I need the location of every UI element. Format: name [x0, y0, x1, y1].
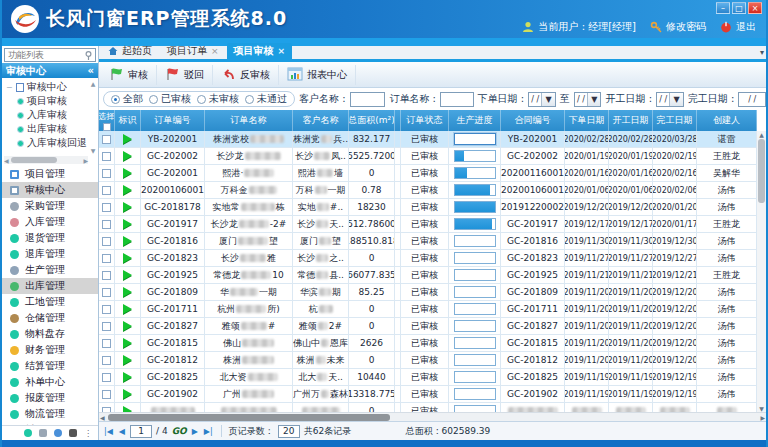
table-horizontal-scrollbar[interactable]: ◀▶	[99, 412, 766, 421]
table-row[interactable]: 20200106001万科金万科一期0.78已审核202001060012020…	[99, 182, 757, 199]
overflow-icon[interactable]: ⋮	[84, 429, 92, 438]
logout-button[interactable]: 退出	[720, 20, 756, 34]
sidebar-item-项目管理[interactable]: 项目管理	[2, 166, 98, 182]
sidebar-item-补单中心[interactable]: 补单中心	[2, 374, 98, 390]
tab-close-icon[interactable]: ×	[278, 46, 286, 56]
maximize-button[interactable]: □	[732, 2, 746, 14]
tab-起始页[interactable]: 起始页	[101, 43, 159, 59]
calendar-dropdown-icon[interactable]: ▼	[669, 93, 682, 106]
row-checkbox[interactable]	[102, 373, 111, 382]
table-row[interactable]: GC-2018178实地常栋实地#..18230已审核2019122000220…	[99, 199, 757, 216]
row-checkbox[interactable]	[102, 356, 111, 365]
table-row[interactable]: GC-201825北大资北大天..10440已审核GC-2018252019/1…	[99, 369, 757, 386]
row-checkbox[interactable]	[102, 254, 111, 263]
calendar-dropdown-icon[interactable]: ▼	[587, 93, 600, 106]
table-row[interactable]: GC-201812株洲株洲未来0已审核GC-2018122019/11/2020…	[99, 352, 757, 369]
column-header-下单日期[interactable]: 下单日期	[565, 110, 609, 131]
tree-item-入库审核[interactable]: 入库审核	[17, 108, 98, 122]
table-row[interactable]: GC-201925常德龙10常德县..266077.835..已审核GC-201…	[99, 267, 757, 284]
row-checkbox[interactable]	[102, 305, 111, 314]
row-checkbox[interactable]	[102, 220, 111, 229]
column-header-开工日期[interactable]: 开工日期	[609, 110, 653, 131]
column-header-订单名称[interactable]: 订单名称	[205, 110, 293, 131]
column-header-标识[interactable]: 标识	[115, 110, 141, 131]
scrollbar-thumb[interactable]	[108, 414, 390, 421]
tab-overflow-icon[interactable]: ▾	[760, 48, 764, 57]
unapprove-arrow-button[interactable]: 反审核	[217, 65, 279, 85]
pen-mini-icon[interactable]	[54, 429, 62, 437]
row-checkbox[interactable]	[102, 339, 111, 348]
calendar-dropdown-icon[interactable]: ▼	[541, 93, 554, 106]
order-date-input[interactable]: / /▼	[528, 92, 556, 107]
row-checkbox[interactable]	[102, 169, 111, 178]
column-header-订单编号[interactable]: 订单编号	[141, 110, 205, 131]
row-checkbox[interactable]	[102, 271, 111, 280]
radio-已审核[interactable]: 已审核	[149, 92, 191, 106]
radio-未审核[interactable]: 未审核	[197, 92, 239, 106]
row-checkbox[interactable]	[102, 390, 111, 399]
tab-项目订单[interactable]: 项目订单×	[160, 43, 226, 59]
column-header-生产进度[interactable]: 生产进度	[449, 110, 501, 131]
table-row[interactable]: GC-201823长沙雅长沙之..0已审核GC-2018232019/11/27…	[99, 250, 757, 267]
table-row[interactable]: GC-201917长沙龙-2#长沙天..8512.78600..已审核GC-20…	[99, 216, 757, 233]
column-header-客户名称[interactable]: 客户名称	[293, 110, 349, 131]
select-all-header[interactable]: 选择	[99, 110, 115, 131]
table-row[interactable]: GC-202002长沙龙长沙凤..65525.7200..已审核GC-20200…	[99, 148, 757, 165]
column-header-合同编号[interactable]: 合同编号	[501, 110, 565, 131]
column-header-创建人[interactable]: 创建人	[697, 110, 757, 131]
column-header-总面积(m²)[interactable]: 总面积(m²)	[349, 110, 395, 131]
change-password-button[interactable]: 修改密码	[650, 20, 706, 34]
page-size-input[interactable]: 20	[278, 425, 300, 438]
row-checkbox[interactable]	[102, 407, 111, 413]
radio-全部[interactable]: 全部	[111, 92, 143, 106]
sidebar-item-审核中心[interactable]: 审核中心	[2, 182, 98, 198]
sidebar-item-退货管理[interactable]: 退货管理	[2, 230, 98, 246]
tree-horizontal-scrollbar[interactable]: ◀▶	[4, 156, 88, 164]
tree-root[interactable]: −审核中心	[6, 80, 98, 94]
tab-项目审核[interactable]: 项目审核×	[227, 43, 293, 59]
row-checkbox[interactable]	[102, 237, 111, 246]
sidebar-item-物料盘存[interactable]: 物料盘存	[2, 326, 98, 342]
pin-icon[interactable]	[85, 51, 92, 60]
table-row[interactable]: 0已审核	[99, 403, 757, 412]
sidebar-item-入库管理[interactable]: 入库管理	[2, 214, 98, 230]
sidebar-item-结算管理[interactable]: 结算管理	[2, 358, 98, 374]
finish-date-input[interactable]: / /	[738, 92, 766, 107]
tree-item-项目审核[interactable]: 项目审核	[17, 94, 98, 108]
column-header-完工日期[interactable]: 完工日期	[653, 110, 697, 131]
customer-name-input[interactable]	[350, 92, 386, 107]
order-date-to-input[interactable]: / /▼	[574, 92, 602, 107]
table-row[interactable]: GC-201711杭州所)杭0已审核GC-2017112019/11/20201…	[99, 301, 757, 318]
table-row[interactable]: GC-201827雅颂#雅颂2#0已审核GC-2018272019/11/202…	[99, 318, 757, 335]
row-checkbox[interactable]	[102, 152, 111, 161]
row-checkbox[interactable]	[102, 288, 111, 297]
row-checkbox[interactable]	[102, 322, 111, 331]
row-checkbox[interactable]	[102, 135, 111, 144]
table-row[interactable]: GC-201815佛山佛山中恩库2626已审核GC-2018152019/11/…	[99, 335, 757, 352]
close-button[interactable]: ×	[748, 2, 762, 14]
start-date-input[interactable]: / /▼	[656, 92, 684, 107]
person-mini-icon[interactable]	[69, 429, 77, 437]
last-page-button[interactable]: ▶|	[203, 427, 214, 436]
sidebar-panel-header[interactable]: 审核中心 «	[2, 63, 98, 78]
sidebar-item-工地管理[interactable]: 工地管理	[2, 294, 98, 310]
function-list-box[interactable]: 功能列表	[4, 48, 96, 62]
select-all-checkbox[interactable]	[103, 123, 111, 131]
table-vertical-scrollbar[interactable]: ▲▼	[757, 131, 766, 412]
table-row[interactable]: GC-201809华一期华滨期85.25已审核GC-2018092019/11/…	[99, 284, 757, 301]
table-row[interactable]: GC-201902广州广州万森林13318.775已审核GC-201902201…	[99, 386, 757, 403]
table-row[interactable]: GC-202001熙港·熙港墙0已审核202001160012020/01/16…	[99, 165, 757, 182]
sidebar-item-物流管理[interactable]: 物流管理	[2, 406, 98, 422]
first-page-button[interactable]: |◀	[103, 427, 114, 436]
scrollbar-thumb[interactable]	[758, 139, 765, 203]
tree-item-出库审核[interactable]: 出库审核	[17, 122, 98, 136]
sidebar-item-生产管理[interactable]: 生产管理	[2, 262, 98, 278]
approve-flag-button[interactable]: 审核	[105, 65, 157, 85]
prev-page-button[interactable]: ◀	[118, 427, 126, 436]
tree-item-入库审核回退[interactable]: 入库审核回退	[17, 136, 98, 150]
cart-mini-icon[interactable]	[39, 429, 47, 437]
radio-未通过[interactable]: 未通过	[245, 92, 287, 106]
reject-flag-button[interactable]: 驳回	[161, 65, 213, 85]
tree-vertical-scrollbar[interactable]: ▲▼	[89, 80, 97, 154]
table-row[interactable]: GC-201816厦门望厦门望188510.818已审核GC-201816201…	[99, 233, 757, 250]
